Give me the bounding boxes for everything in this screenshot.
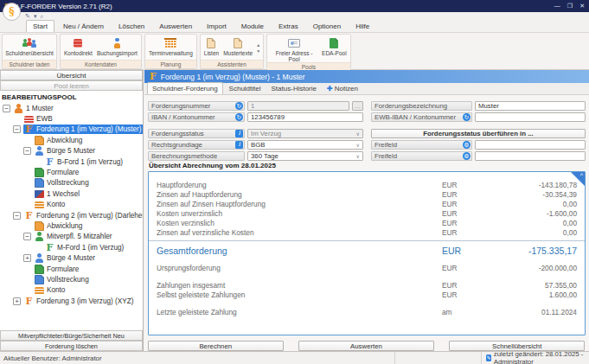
tree-item-1-wechsel[interactable]: 1 Wechsel: [0, 188, 143, 199]
tree-item-konto[interactable]: Konto: [0, 200, 143, 210]
berechnen-button[interactable]: Berechnen: [148, 341, 284, 351]
statement-row-unit: EUR: [442, 190, 485, 199]
app-logo[interactable]: §: [3, 3, 21, 21]
ribbon-group-label: Kontendaten: [61, 60, 141, 68]
tree-item-abwicklung[interactable]: Abwicklung: [0, 220, 143, 231]
statement-row-label: Hauptforderung: [157, 181, 442, 189]
menu-tab-import[interactable]: Import: [201, 21, 233, 32]
tree-item-forderung-3-im-verzug-xyz[interactable]: +FForderung 3 (im Verzug) (XYZ): [0, 296, 143, 306]
wechsel-icon: [35, 190, 44, 198]
collapse-expander-icon[interactable]: −: [13, 125, 21, 133]
delete-claim-button[interactable]: Forderung löschen: [0, 341, 143, 351]
ribbon-button-listen[interactable]: Listen: [202, 35, 221, 60]
chevron-up-icon[interactable]: ^: [571, 172, 585, 186]
gear-icon[interactable]: ⚙: [463, 152, 471, 160]
ribbon-button-mustertexte[interactable]: Mustertexte: [221, 35, 254, 60]
tree-item-m-ford-1-im-verzug[interactable]: FM-Ford 1 (im Verzug): [0, 242, 143, 252]
tree-item-mitverpfl-5-mitzahler[interactable]: −Mitverpfl. 5 Mitzahler: [0, 232, 143, 242]
current-user-label: Aktueller Benutzer: Administrator: [0, 352, 395, 364]
database-orange-icon: [35, 287, 44, 295]
tree-item-b-ford-1-im-verzug[interactable]: FB-Ford 1 (im Verzug): [0, 156, 143, 167]
tab-schuldner-forderung[interactable]: Schuldner-Forderung: [147, 82, 223, 94]
overview-button[interactable]: Übersicht: [0, 70, 143, 80]
select-rechtsgrundlage[interactable]: BGB∨: [247, 140, 363, 150]
tree-item-vollstreckung[interactable]: Vollstreckung: [0, 274, 143, 284]
tab-status-historie[interactable]: Status-Historie: [267, 83, 321, 94]
ribbon-button-buchungsimport[interactable]: Buchungsimport: [95, 35, 139, 60]
close-icon[interactable]: ✕: [579, 3, 585, 10]
scroll-up-icon[interactable]: ▲: [256, 42, 260, 48]
expand-expander-icon[interactable]: +: [13, 297, 21, 305]
maximize-icon[interactable]: ❐: [567, 3, 573, 10]
page-orange-icon: [35, 136, 44, 145]
input-forderungsbezeichnung[interactable]: Muster: [475, 101, 586, 111]
pen-icon[interactable]: ✎: [25, 13, 30, 20]
menu-tab-löschen[interactable]: Löschen: [112, 21, 150, 32]
field-label-text: Freifeld: [375, 141, 397, 149]
group-scroll-arrows[interactable]: ▲▼: [255, 35, 261, 60]
gear-icon[interactable]: ⚙: [463, 141, 471, 149]
tree-item-bürge-4-muster[interactable]: +Bürge 4 Muster: [0, 252, 143, 263]
input-forderungsnummer[interactable]: 1: [247, 101, 349, 111]
ribbon-button-eda-pool[interactable]: EDA-Pool: [320, 35, 349, 62]
info-icon[interactable]: i: [235, 130, 243, 137]
expand-expander-icon[interactable]: +: [23, 254, 31, 262]
menu-tab-hilfe[interactable]: Hilfe: [349, 21, 375, 32]
ribbon-button-terminverwaltung[interactable]: Terminverwaltung: [147, 35, 195, 60]
menu-tab-neu-ändern[interactable]: Neu / Ändern: [57, 21, 110, 32]
scroll-down-icon[interactable]: ▼: [256, 48, 260, 54]
sync-icon[interactable]: ↻: [235, 102, 243, 110]
menu-tab-auswerten[interactable]: Auswerten: [153, 21, 198, 32]
collapse-expander-icon[interactable]: −: [23, 147, 31, 155]
collapse-expander-icon[interactable]: −: [13, 212, 21, 220]
page-orange-icon: [35, 221, 44, 231]
tree-item-1-muster[interactable]: −1 Muster: [0, 103, 143, 113]
minimize-icon[interactable]: —: [554, 3, 560, 10]
auswerten-button[interactable]: Auswerten: [298, 341, 434, 351]
select-forderungsstatus[interactable]: Im Verzug∨: [247, 129, 363, 138]
ribbon-button-kontodirekt[interactable]: Kontodirekt: [62, 35, 94, 60]
tree-item-vollstreckung[interactable]: Vollstreckung: [0, 178, 143, 188]
field-label-freifeld: Freifeld⚙: [371, 151, 472, 161]
new-coobligor-button[interactable]: Mitverpflichteter/Bürge/Sicherheit Neu: [0, 330, 143, 341]
pool-clear-button[interactable]: Pool leeren: [0, 80, 143, 91]
tree-item-forderung-2-im-verzug-darlehen[interactable]: −FForderung 2 (im Verzug) (Darlehen): [0, 210, 143, 220]
collapse-expander-icon[interactable]: −: [23, 233, 31, 240]
collapse-expander-icon[interactable]: −: [3, 105, 10, 112]
ribbon-button-schuldnerübersicht[interactable]: Schuldnerübersicht: [4, 35, 54, 60]
search-icon[interactable]: ⌕: [40, 13, 43, 20]
tree-item-forderung-1-im-verzug-muster[interactable]: −FForderung 1 (im Verzug) (Muster): [0, 125, 143, 135]
sync-icon[interactable]: ↻: [463, 113, 471, 121]
statement-divider: [149, 240, 585, 241]
transfer-status-button[interactable]: Forderungsstatus überführen in ...: [371, 129, 586, 138]
tree-item-bürge-5-muster[interactable]: −Bürge 5 Muster: [0, 146, 143, 156]
input-freifeld[interactable]: [475, 140, 586, 150]
menu-tab-optionen[interactable]: Optionen: [307, 21, 347, 32]
chevron-down-icon[interactable]: ▾: [34, 13, 37, 20]
ribbon-group-label: Assistenten: [201, 60, 263, 68]
field-label-text: Forderungsbezeichnung: [375, 102, 447, 110]
tree-item-label: Formulare: [47, 169, 79, 176]
input-freifeld[interactable]: [475, 151, 586, 161]
input-ewb-iban-kontonummer[interactable]: [475, 112, 586, 122]
input-iban-kontonummer[interactable]: 123456789: [247, 112, 363, 122]
tab-schuldtitel[interactable]: Schuldtitel: [225, 83, 266, 94]
tab-notizen[interactable]: ✚Notizen: [323, 83, 362, 94]
chevron-down-icon: ∨: [356, 153, 360, 159]
sync-icon[interactable]: ↻: [235, 113, 243, 121]
statement-row-label: Kosten verzinslich: [157, 219, 442, 227]
tree-item-ewb[interactable]: EWB: [0, 113, 143, 124]
menu-tab-module[interactable]: Module: [235, 21, 270, 32]
statement-row-value: 0,00: [485, 219, 577, 227]
menu-tab-extras[interactable]: Extras: [272, 21, 304, 32]
ribbon-button-freier-adress-pool[interactable]: Freier Adress -Pool: [269, 35, 319, 62]
more-button[interactable]: …: [352, 101, 363, 111]
select-berechnungsmethode[interactable]: 360 Tage∨: [247, 151, 363, 161]
info-icon[interactable]: i: [235, 141, 243, 149]
tree-item-abwicklung[interactable]: Abwicklung: [0, 135, 143, 145]
tree-item-konto[interactable]: Konto: [0, 285, 143, 296]
field-label-ewb-iban-kontonummer: EWB-IBAN / Kontonummer↻: [371, 112, 472, 122]
tree-item-formulare[interactable]: Formulare: [0, 264, 143, 274]
tree-item-formulare[interactable]: Formulare: [0, 167, 143, 177]
menu-tab-start[interactable]: Start: [26, 20, 54, 32]
